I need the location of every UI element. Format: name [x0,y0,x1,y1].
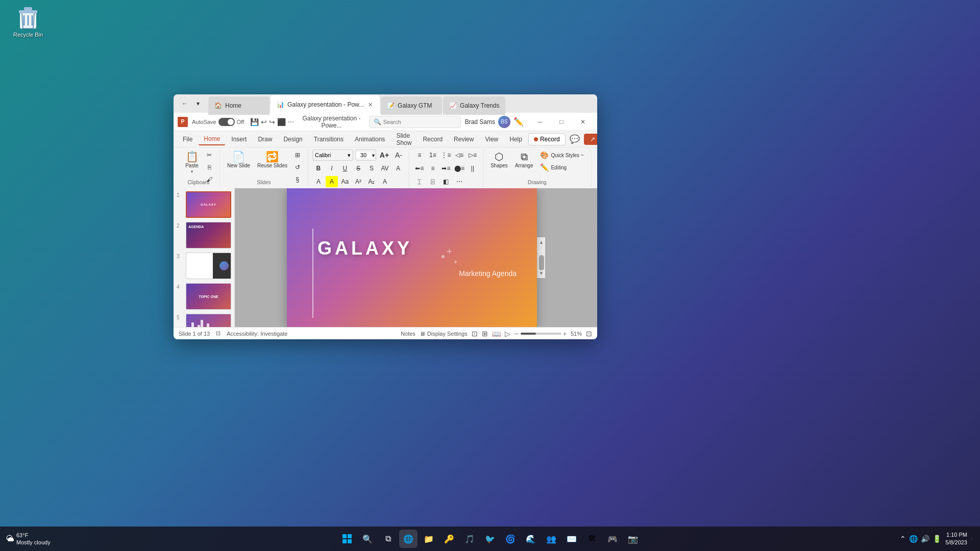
zoom-out-button[interactable]: ─ [514,331,519,337]
fit-to-window-button[interactable]: ⊡ [586,330,592,338]
weather-widget[interactable]: 🌥 [6,534,14,544]
search-input[interactable] [383,119,445,125]
pen-icon[interactable]: ✏️ [513,117,524,127]
zoom-track[interactable] [521,333,561,335]
network-icon[interactable]: 🌐 [909,535,918,543]
undo-icon[interactable]: ↩ [261,118,267,126]
speaker-icon[interactable]: 🔊 [921,535,929,543]
slide-scrollbar[interactable]: ▲ ▼ [537,237,545,278]
devtools-button[interactable]: 🛠 [583,530,601,548]
char-spacing-button[interactable]: AV [379,163,391,174]
more-icon[interactable]: ⋯ [288,118,294,126]
arrange-button[interactable]: ⧉ Arrange [512,149,536,170]
ribbon-tab-file[interactable]: File [178,134,198,145]
cut-button[interactable]: ✂ [203,149,215,161]
slide-thumb-3[interactable]: 3 [176,252,232,280]
tab-close-galaxy-ppt[interactable]: ✕ [367,101,374,109]
game-button[interactable]: 🎮 [603,530,622,548]
presenter-view-button[interactable]: ▷ [505,330,510,338]
ribbon-tab-home[interactable]: Home [199,133,225,145]
main-slide-area[interactable]: GALAXY Marketing Agenda + ▲ ▼ [235,188,597,327]
battery-icon[interactable]: 🔋 [933,535,941,543]
text-transform-button[interactable]: Aa [339,176,351,187]
back-btn[interactable]: ← [179,98,191,109]
zoom-level[interactable]: 51% [571,331,582,337]
slide-preview-2[interactable]: AGENDA [186,222,231,248]
section-button[interactable]: § [291,174,304,185]
chevron-up-icon[interactable]: ⌃ [900,535,906,543]
taskview-button[interactable]: ⧉ [379,530,397,548]
text-direction-button[interactable]: ⌶ [413,176,426,187]
quick-styles-button[interactable]: 🎨 Quick Styles ~ [537,149,586,161]
bold-button[interactable]: B [312,163,325,174]
minimize-button[interactable]: ─ [530,115,550,129]
justify-button[interactable]: ⬤≡ [453,163,465,174]
shadow-button[interactable]: S [365,163,378,174]
strikethrough-button[interactable]: S [352,163,364,174]
zoom-in-button[interactable]: + [564,331,567,337]
ribbon-tab-design[interactable]: Design [278,134,307,145]
show-desktop-button[interactable] [971,538,974,540]
slide-thumb-5[interactable]: 5 [176,313,232,327]
fit-slide-icon[interactable]: ⊡ [216,330,220,337]
italic-button[interactable]: I [326,163,338,174]
edge-button[interactable]: 🌐 [399,530,418,548]
display-settings-button[interactable]: 🖥 Display Settings [420,331,468,337]
font-more-button[interactable]: A [379,176,391,187]
align-right-button[interactable]: ➡≡ [440,163,452,174]
spotify-button[interactable]: 🎵 [460,530,479,548]
slide-subtitle[interactable]: Marketing Agenda [287,269,537,278]
shapes-button[interactable]: ⬡ Shapes [487,149,511,170]
increase-font-button[interactable]: A+ [378,149,390,161]
decrease-font-button[interactable]: A- [393,149,405,161]
paste-button[interactable]: 📋 Paste ▾ [182,149,202,176]
col-button[interactable]: || [467,163,479,174]
camera-button[interactable]: 📷 [624,530,642,548]
subscript-button[interactable]: A₂ [365,176,378,187]
start-button[interactable] [338,530,356,548]
editing-button[interactable]: ✏️ Editing [537,162,586,173]
normal-view-button[interactable]: ⊡ [472,330,478,338]
tab-galaxy-ppt[interactable]: 📊 Galaxy presentation - Pow... ✕ [271,95,380,114]
teams-button[interactable]: 👥 [542,530,560,548]
outline-list-button[interactable]: ⋮≡ [440,149,452,161]
scrollbar-thumb[interactable] [539,255,544,270]
tab-menu-btn[interactable]: ▾ [192,98,204,109]
scroll-down-arrow[interactable]: ▼ [539,270,544,276]
autosave-toggle[interactable] [218,118,235,126]
superscript-button[interactable]: A² [352,176,364,187]
browser2-button[interactable]: 🌀 [501,530,520,548]
para-more-button[interactable]: ⋯ [453,176,465,187]
align-center-button[interactable]: ≡ [427,163,439,174]
font-size-input[interactable] [356,152,371,158]
underline-button[interactable]: U [339,163,351,174]
numbered-list-button[interactable]: 1≡ [427,149,439,161]
ribbon-tab-help[interactable]: Help [504,134,527,145]
slide-thumb-1[interactable]: 1 GALAXY [176,190,232,219]
share-button[interactable]: ↗ Share ▾ [584,134,597,145]
maximize-button[interactable]: □ [551,115,572,129]
record-button[interactable]: Record [528,133,566,145]
search-taskbar-button[interactable]: 🔍 [358,530,377,548]
slide-title[interactable]: GALAXY [287,238,537,259]
font-size-box[interactable]: ▾ [355,149,376,161]
recycle-bin-icon[interactable]: Recycle Bin [10,5,46,38]
password-button[interactable]: 🔑 [440,530,458,548]
dictate-button[interactable]: 🎤 Dictate [596,149,597,170]
ribbon-tab-animations[interactable]: Animations [350,134,390,145]
tab-galaxy-trends[interactable]: 📈 Galaxy Trends [443,96,505,115]
explorer-button[interactable]: 📁 [420,530,438,548]
search-box[interactable]: 🔍 [369,116,461,128]
reading-view-button[interactable]: 📖 [492,330,501,338]
present-icon[interactable]: ⬛ [277,118,286,126]
reuse-slides-button[interactable]: 🔁 Reuse Slides [254,149,290,170]
highlight-color-button[interactable]: A [326,176,338,187]
slide-thumb-4[interactable]: 4 TOPIC ONE [176,282,232,311]
datetime-widget[interactable]: 1:10 PM 5/8/2023 [945,531,967,547]
ribbon-tab-transitions[interactable]: Transitions [309,134,349,145]
indent-more-button[interactable]: ▷≡ [467,149,479,161]
ribbon-tab-view[interactable]: View [480,134,503,145]
font-color-button[interactable]: A [312,176,325,187]
ribbon-tab-insert[interactable]: Insert [226,134,252,145]
reset-button[interactable]: ↺ [291,162,304,173]
